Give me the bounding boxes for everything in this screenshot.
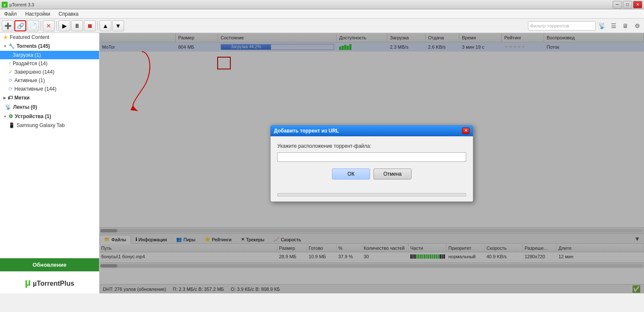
sidebar-torrents-header[interactable]: ▼ 🔧 Torrents (145) (0, 41, 99, 51)
separator-2 (56, 21, 57, 30)
dialog-title-bar: Добавить торрент из URL ✕ (271, 125, 473, 136)
maximize-button[interactable]: □ (623, 1, 632, 8)
app-title: µTorrent 3.3 (9, 2, 34, 7)
remote-icon[interactable]: 🖥 (620, 21, 630, 30)
settings-icon[interactable]: ⚙ (632, 21, 642, 30)
sidebar-seeding[interactable]: ↑ Раздаётся (14) (0, 59, 99, 68)
menu-file[interactable]: Файл (2, 10, 19, 18)
sidebar-downloading[interactable]: ↓ Загрузка (1) (0, 51, 99, 59)
main-layout: ★ Featured Content ▼ 🔧 Torrents (145) ↓ … (0, 33, 644, 293)
sidebar-featured[interactable]: ★ Featured Content (0, 33, 99, 41)
dialog-label: Укажите расположение торрент-файла: (277, 143, 466, 149)
minimize-button[interactable]: ─ (613, 1, 622, 8)
stop-button[interactable]: ⏹ (84, 20, 96, 31)
sidebar-logo: µ µTorrentPlus (0, 271, 99, 293)
separator-3 (97, 21, 98, 30)
filter-box[interactable]: Фильтр торрентов (528, 21, 596, 30)
update-button[interactable]: Обновление (0, 258, 99, 271)
sidebar-feeds-header[interactable]: 📡 Ленты (0) (0, 102, 99, 112)
list-view-icon[interactable]: ☰ (608, 21, 619, 30)
menu-settings[interactable]: Настройки (23, 10, 53, 18)
add-url-button[interactable]: 🔗 (14, 20, 26, 31)
dialog-body: Укажите расположение торрент-файла: ОК О… (271, 136, 473, 190)
dialog-ok-button[interactable]: ОК (332, 168, 370, 179)
sidebar-devices-header[interactable]: ▼ ⚙ Устройства (1) (0, 112, 99, 121)
rss-icon[interactable]: 📡 (597, 21, 607, 30)
dialog-progress-bar (277, 193, 466, 196)
sidebar-samsung-galaxy[interactable]: 📱 Samsung Galaxy Tab (0, 121, 99, 130)
utorrent-logo-text: µ µTorrentPlus (25, 276, 75, 288)
sidebar: ★ Featured Content ▼ 🔧 Torrents (145) ↓ … (0, 33, 100, 293)
close-button[interactable]: ✕ (633, 1, 642, 8)
dialog-cancel-button[interactable]: Отмена (373, 168, 412, 179)
move-down-button[interactable]: ▼ (112, 20, 124, 31)
dialog-close-button[interactable]: ✕ (462, 127, 470, 134)
add-torrent-button[interactable]: ➕ (2, 20, 14, 31)
content-area: Размер Состояние Доступность Загрузка От… (100, 33, 644, 293)
dialog-title: Добавить торрент из URL (274, 128, 339, 134)
app-icon: µ (2, 2, 8, 8)
menu-bar: Файл Настройки Справка (0, 9, 644, 19)
separator-1 (41, 21, 41, 30)
remove-button[interactable]: ✕ (43, 20, 55, 31)
dialog-overlay: Добавить торрент из URL ✕ Укажите распол… (100, 33, 644, 293)
pause-button[interactable]: ⏸ (71, 20, 83, 31)
add-url-dialog: Добавить торрент из URL ✕ Укажите распол… (270, 125, 473, 202)
sidebar-completed[interactable]: ✓ Завершено (144) (0, 68, 99, 76)
start-button[interactable]: ▶ (58, 20, 70, 31)
sidebar-labels-header[interactable]: ▶ 🏷 Метки (0, 93, 99, 102)
sidebar-inactive[interactable]: ⟳ Неактивные (144) (0, 85, 99, 93)
filter-placeholder: Фильтр торрентов (530, 23, 569, 28)
dialog-buttons: ОК Отмена (277, 168, 466, 179)
toolbar: ➕ 🔗 📄 ✕ ▶ ⏸ ⏹ ▲ ▼ Фильтр торрентов 📡 ☰ 🖥… (0, 19, 644, 33)
menu-help[interactable]: Справка (56, 10, 81, 18)
sidebar-active[interactable]: ⟳ Активные (1) (0, 76, 99, 85)
title-bar: µ µTorrent 3.3 ─ □ ✕ (0, 0, 644, 9)
dialog-url-input[interactable] (277, 152, 466, 162)
move-up-button[interactable]: ▲ (100, 20, 111, 31)
create-torrent-button[interactable]: 📄 (27, 20, 39, 31)
